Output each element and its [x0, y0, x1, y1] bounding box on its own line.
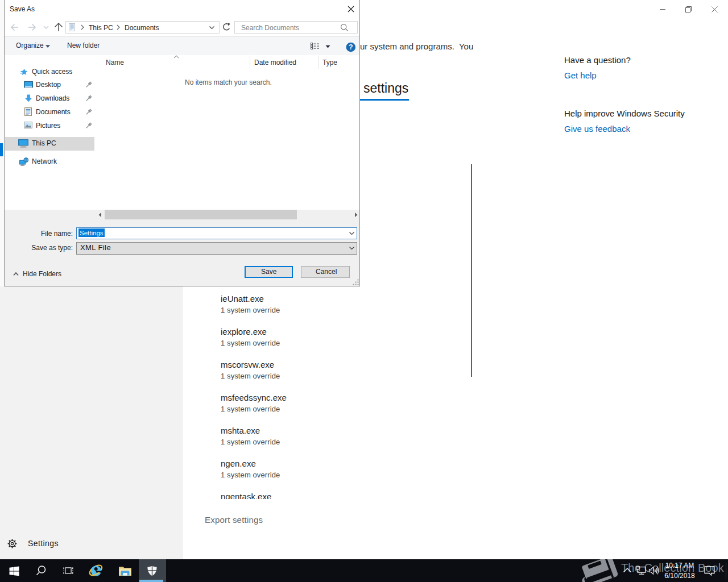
- svg-text:?: ?: [349, 43, 353, 51]
